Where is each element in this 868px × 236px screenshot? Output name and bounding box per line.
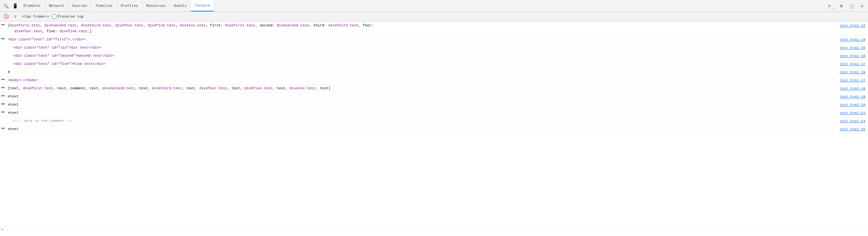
row-toggle[interactable]: ▶ bbox=[0, 126, 6, 130]
console-text: div#first.test bbox=[10, 24, 40, 27]
tab-console[interactable]: Console bbox=[191, 0, 214, 11]
console-text: <div class="test" id="first">…</div> bbox=[8, 37, 85, 41]
console-text: , text, bbox=[227, 86, 244, 90]
console-text: div#four.test bbox=[199, 86, 227, 90]
console-text: , five: bbox=[42, 29, 60, 33]
console-text: , text, comment, text, bbox=[53, 86, 103, 90]
console-text: <div class="test" id="five">Five text</d… bbox=[13, 62, 105, 66]
console-text: <div class="test" id="second">Second tex… bbox=[13, 54, 114, 58]
console-text: , bbox=[176, 24, 180, 27]
console-text: div#six.test bbox=[180, 24, 206, 27]
console-text: , bbox=[143, 24, 148, 27]
chevron-down-icon: ▼ bbox=[47, 15, 49, 18]
toolbar-right: >_ ⚙ ⬜ ✕ bbox=[826, 1, 867, 10]
row-toggle[interactable]: ▶ bbox=[0, 93, 6, 97]
row-source-link[interactable]: test.html:53 bbox=[840, 110, 868, 116]
row-content: <div class="test" id="second">Second tex… bbox=[6, 53, 840, 59]
row-content: <body>…</body> bbox=[6, 77, 840, 84]
row-source-link[interactable]: test.html:54 bbox=[840, 118, 868, 124]
row-toggle bbox=[0, 118, 6, 118]
console-output: ▶[div#first.test, div#second.test, div#t… bbox=[0, 22, 868, 226]
console-text: 6 bbox=[8, 70, 10, 74]
close-icon[interactable]: ✕ bbox=[858, 1, 867, 10]
console-text: , third: bbox=[309, 24, 328, 27]
console-row: <div class="test" id="six">Six text</div… bbox=[0, 44, 868, 52]
frame-selector[interactable]: <top frame> ▼ bbox=[21, 14, 50, 19]
console-text: , text] bbox=[315, 86, 331, 90]
row-source-link[interactable]: test.html:35 bbox=[840, 44, 868, 51]
row-source-link[interactable]: test.html:39 bbox=[840, 69, 868, 75]
console-text: div#third.test bbox=[152, 86, 182, 90]
console-text: <div class="test" id="six">Six text</div… bbox=[13, 46, 101, 50]
preserve-log-toggle[interactable]: Preserve log bbox=[52, 14, 84, 19]
tab-timeline[interactable]: Timeline bbox=[92, 0, 117, 11]
tab-audits[interactable]: Audits bbox=[170, 0, 191, 11]
row-source-link[interactable]: test.html:50 bbox=[840, 101, 868, 108]
console-input[interactable] bbox=[5, 227, 867, 231]
clear-console-button[interactable]: 🚫 bbox=[3, 13, 10, 20]
console-text: div#five.test bbox=[244, 86, 272, 90]
device-icon[interactable]: 📱 bbox=[10, 1, 20, 10]
console-text: #text bbox=[8, 111, 19, 115]
console-text: div#six.test bbox=[290, 86, 315, 90]
console-text: div#second.test bbox=[277, 24, 309, 27]
row-source-link[interactable]: test.html:34 bbox=[840, 36, 868, 43]
tab-bar: Elements Network Sources Timeline Profil… bbox=[20, 0, 214, 11]
console-text: , four: bbox=[359, 24, 373, 27]
frame-selector-label: <top frame> bbox=[22, 14, 46, 19]
row-content: #text bbox=[6, 126, 840, 132]
row-toggle bbox=[0, 53, 6, 53]
row-toggle[interactable]: ▶ bbox=[0, 77, 6, 81]
console-row: ▶#texttest.html:55 bbox=[0, 125, 868, 133]
console-row: ▶[div#first.test, div#second.test, div#t… bbox=[0, 22, 868, 35]
console-text: , bbox=[111, 24, 115, 27]
console-row: ▶[text, div#first.test, text, comment, t… bbox=[0, 84, 868, 93]
console-text: div#second.test bbox=[102, 86, 134, 90]
dock-icon[interactable]: ⬜ bbox=[847, 1, 856, 10]
tab-profiles[interactable]: Profiles bbox=[117, 0, 143, 11]
preserve-log-checkbox[interactable] bbox=[52, 14, 56, 19]
console-text: , text, bbox=[272, 86, 290, 90]
row-source-link[interactable]: test.html:36 bbox=[840, 53, 868, 59]
row-toggle[interactable]: ▶ bbox=[0, 22, 6, 26]
row-source-link[interactable]: test.html:49 bbox=[840, 93, 868, 100]
terminal-icon[interactable]: >_ bbox=[826, 1, 835, 10]
console-text: #text bbox=[8, 103, 19, 107]
console-text: , text, bbox=[182, 86, 199, 90]
console-text: div#four.test bbox=[14, 29, 42, 33]
row-toggle[interactable]: ▶ bbox=[0, 36, 6, 40]
console-row: <div class="test" id="five">Five text</d… bbox=[0, 60, 868, 68]
row-content: <div class="test" id="first">…</div> bbox=[6, 36, 840, 43]
console-input-row: > bbox=[0, 226, 868, 232]
row-content: <div class="test" id="five">Five text</d… bbox=[6, 61, 840, 67]
console-text: div#first.test bbox=[225, 24, 255, 27]
row-source-link[interactable]: test.html:32 bbox=[840, 22, 868, 29]
row-content: #text bbox=[6, 101, 840, 108]
console-text: [ bbox=[8, 24, 10, 27]
row-source-link[interactable]: test.html:55 bbox=[840, 126, 868, 132]
row-toggle[interactable]: ▶ bbox=[0, 110, 6, 114]
console-text: #text bbox=[8, 127, 19, 131]
console-text: [text, bbox=[8, 86, 23, 90]
row-source-link[interactable]: test.html:37 bbox=[840, 61, 868, 67]
row-content: #text bbox=[6, 93, 840, 100]
console-row: ▶<div class="test" id="first">…</div>tes… bbox=[0, 35, 868, 44]
tab-resources[interactable]: Resources bbox=[143, 0, 170, 11]
row-toggle[interactable]: ▶ bbox=[0, 85, 6, 89]
tab-network[interactable]: Network bbox=[45, 0, 68, 11]
row-source-link[interactable]: test.html:47 bbox=[840, 77, 868, 84]
tab-sources[interactable]: Sources bbox=[68, 0, 91, 11]
console-toolbar: 🚫 ▽ <top frame> ▼ Preserve log bbox=[0, 12, 868, 22]
console-row: ▶<body>…</body>test.html:47 bbox=[0, 76, 868, 84]
row-source-link[interactable]: test.html:48 bbox=[840, 85, 868, 92]
settings-icon[interactable]: ⚙ bbox=[837, 1, 846, 10]
tab-elements[interactable]: Elements bbox=[20, 0, 45, 11]
search-icon[interactable]: 🔍 bbox=[1, 1, 10, 10]
row-toggle[interactable]: ▶ bbox=[0, 101, 6, 106]
preserve-log-label: Preserve log bbox=[58, 14, 84, 19]
row-toggle bbox=[0, 69, 6, 69]
devtools-toolbar: 🔍 📱 Elements Network Sources Timeline Pr… bbox=[0, 0, 868, 12]
row-content: <!-- here is the comment--> bbox=[6, 118, 840, 124]
console-row: ▶#texttest.html:53 bbox=[0, 109, 868, 117]
filter-button[interactable]: ▽ bbox=[12, 13, 19, 20]
